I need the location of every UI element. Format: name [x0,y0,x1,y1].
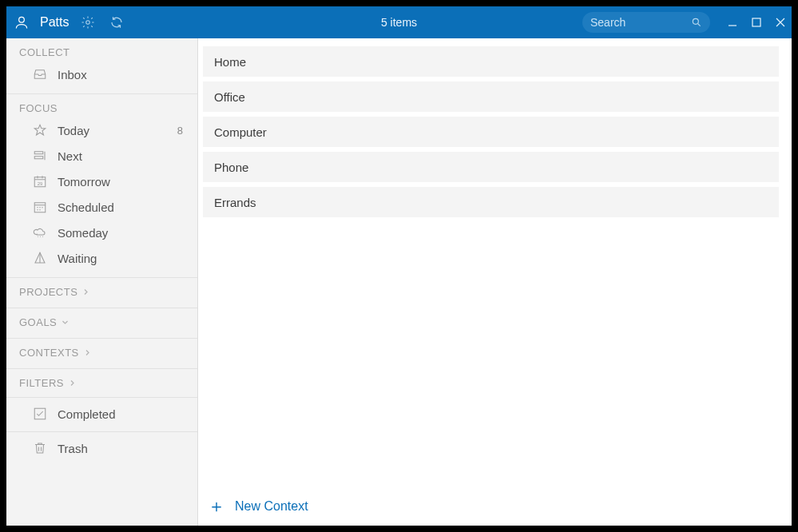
section-header-filters[interactable]: FILTERS [6,377,197,392]
check-icon [32,406,48,422]
svg-point-1 [86,21,90,25]
waiting-icon [32,250,48,266]
sidebar-item-trash[interactable]: Trash [6,431,197,461]
sidebar-item-today[interactable]: Today 8 [6,117,197,143]
list-item[interactable]: Office [203,81,779,112]
sidebar-item-tomorrow[interactable]: 29 Tomorrow [6,169,197,194]
sidebar-item-label: Waiting [58,252,185,265]
list-item[interactable]: Computer [203,117,779,147]
app-window: Patts 5 items [0,0,798,532]
window-close-button[interactable] [776,18,785,27]
list-item-label: Computer [214,125,267,139]
cloud-icon [32,224,48,240]
new-context-button[interactable]: ＋ New Context [198,486,792,526]
chevron-right-icon [69,379,76,387]
list-item-label: Errands [214,196,256,209]
next-icon [32,148,48,164]
sidebar-item-someday[interactable]: Someday [6,220,197,245]
list-item-label: Phone [214,161,248,174]
username-label[interactable]: Patts [40,15,69,30]
new-context-label: New Context [235,499,308,514]
sidebar-item-label: Next [58,149,185,163]
search-box[interactable] [582,12,710,33]
list-item[interactable]: Home [203,46,779,77]
sidebar-item-label: Inbox [58,68,185,81]
section-header-focus[interactable]: FOCUS [6,102,197,117]
svg-rect-4 [34,152,43,154]
section-header-projects[interactable]: PROJECTS [6,286,197,301]
sidebar-item-label: Tomorrow [58,175,185,189]
context-list: Home Office Computer Phone Errands [198,38,792,217]
svg-rect-3 [752,18,760,26]
sidebar-item-inbox[interactable]: Inbox [6,62,197,87]
svg-text:29: 29 [38,181,43,186]
svg-point-0 [19,17,25,22]
schedule-icon [32,199,48,215]
svg-rect-5 [34,157,43,159]
sidebar-item-label: Today [58,124,168,137]
sidebar-item-scheduled[interactable]: Scheduled [6,194,197,220]
calendar-icon: 29 [32,173,48,189]
section-header-contexts[interactable]: CONTEXTS [6,347,197,362]
plus-icon: ＋ [208,498,225,515]
user-icon[interactable] [13,14,30,31]
topbar: Patts 5 items [6,6,792,38]
svg-point-2 [693,18,698,24]
today-count-badge: 8 [177,125,185,137]
sync-icon[interactable] [107,13,126,32]
sidebar-item-next[interactable]: Next [6,143,197,169]
search-icon [691,17,702,28]
chevron-right-icon [82,288,89,296]
trash-icon [32,440,48,456]
sidebar-item-label: Someday [58,226,185,240]
chevron-right-icon [84,349,91,356]
list-item[interactable]: Errands [203,187,779,217]
svg-rect-9 [34,408,46,419]
chevron-down-icon [62,319,69,326]
sidebar-item-waiting[interactable]: Waiting [6,245,197,271]
sidebar-item-label: Scheduled [58,200,185,214]
star-icon [32,122,48,138]
window-minimize-button[interactable] [728,18,737,27]
main-panel: Home Office Computer Phone Errands ＋ New… [198,38,792,526]
search-input[interactable] [590,16,685,29]
inbox-icon [32,66,48,82]
list-item-label: Home [214,55,246,69]
sidebar-item-label: Completed [58,407,185,421]
sidebar-item-label: Trash [58,442,185,455]
section-header-goals[interactable]: GOALS [6,316,197,332]
list-item-label: Office [214,90,245,104]
list-item[interactable]: Phone [203,152,779,182]
settings-icon[interactable] [78,13,97,32]
section-header-collect[interactable]: COLLECT [6,46,197,62]
window-maximize-button[interactable] [752,18,761,27]
sidebar-item-completed[interactable]: Completed [6,397,197,427]
sidebar: COLLECT Inbox FOCUS [6,38,198,526]
